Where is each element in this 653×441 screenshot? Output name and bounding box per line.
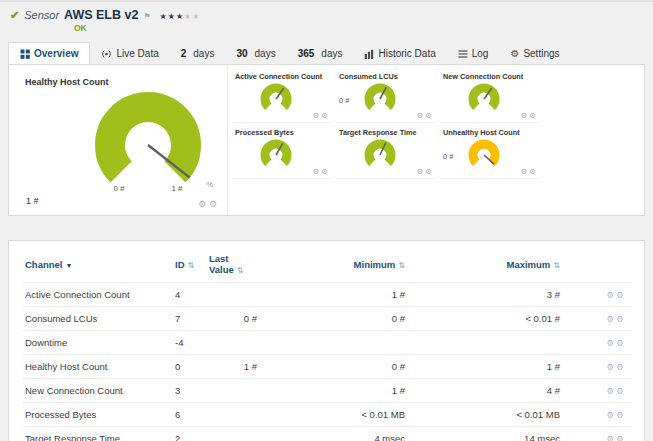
small-gauge-title: Active Connection Count xyxy=(232,67,332,82)
tab-label: Log xyxy=(472,48,489,59)
row-quick-actions-icons[interactable]: ⚙ ⚙ xyxy=(606,410,624,420)
healthy-host-count-gauge[interactable]: 0 # 1 # xyxy=(73,85,223,197)
cell-maximum: 1 # xyxy=(407,355,562,379)
quick-actions-icons[interactable]: ⚙ ⚙ xyxy=(416,111,432,120)
tab-live-data[interactable]: Live Data xyxy=(90,43,169,64)
gauge-unit-label: % xyxy=(206,180,213,189)
col-actions xyxy=(562,245,630,283)
small-gauge xyxy=(360,138,400,174)
cell-id: 3 xyxy=(173,379,207,403)
settings-icon: ⚙ xyxy=(510,49,519,59)
quick-actions-icons[interactable]: ⚙ ⚙ xyxy=(312,111,328,120)
gauge-scale-min: 0 # xyxy=(113,184,125,193)
gauge-current-value: 1 # xyxy=(26,196,39,206)
col-maximum[interactable]: Maximum⇅ xyxy=(407,245,562,283)
col-channel[interactable]: Channel▼ xyxy=(23,245,173,283)
cell-id: 7 xyxy=(173,307,207,331)
sort-icon: ⇅ xyxy=(398,261,405,270)
sensor-header: ✔ Sensor AWS ELB v2 ⚑ ★★★★★ OK xyxy=(0,2,653,33)
gauge-scale-max: 1 # xyxy=(171,184,183,193)
col-last-value[interactable]: Last Value⇅ xyxy=(207,245,259,283)
small-gauge-cell[interactable]: Consumed LCUs 0 # ⚙ ⚙ xyxy=(336,67,436,123)
small-gauge-cell[interactable]: Target Response Time ⚙ ⚙ xyxy=(336,123,436,179)
quick-actions-icons[interactable]: ⚙ ⚙ xyxy=(416,167,432,176)
tab-label: Historic Data xyxy=(378,48,435,59)
cell-channel: Downtime xyxy=(23,331,173,355)
quick-actions-icons[interactable]: ⚙ ⚙ xyxy=(520,111,536,120)
tab-label-word: days xyxy=(255,48,276,59)
small-gauges-grid: Active Connection Count ⚙ ⚙ Consumed LCU… xyxy=(228,65,644,215)
channels-table: Channel▼ ID⇅ Last Value⇅ Minimum⇅ Maximu… xyxy=(23,245,630,441)
tab-label-word: days xyxy=(193,48,214,59)
small-gauge-title: Target Response Time xyxy=(336,123,436,138)
cell-maximum: < 0.01 # xyxy=(407,307,562,331)
channel-row[interactable]: New Connection Count 3 1 # 4 # ⚙ ⚙ xyxy=(23,379,630,403)
channel-row[interactable]: Downtime -4 ⚙ ⚙ xyxy=(23,331,630,355)
cell-last-value xyxy=(207,283,259,307)
col-minimum[interactable]: Minimum⇅ xyxy=(259,245,407,283)
priority-flag-icon: ⚑ xyxy=(143,12,150,21)
sensor-title: AWS ELB v2 xyxy=(64,8,138,22)
cell-maximum xyxy=(407,331,562,355)
cell-id: 4 xyxy=(173,283,207,307)
cell-id: -4 xyxy=(173,331,207,355)
cell-id: 2 xyxy=(173,427,207,441)
row-quick-actions-icons[interactable]: ⚙ ⚙ xyxy=(606,362,624,372)
cell-minimum: 0 # xyxy=(259,355,407,379)
cell-maximum: 3 # xyxy=(407,283,562,307)
tab-settings[interactable]: ⚙ Settings xyxy=(499,43,570,64)
col-id[interactable]: ID⇅ xyxy=(173,245,207,283)
tab-label: Settings xyxy=(523,48,559,59)
tab-log[interactable]: Log xyxy=(447,43,500,64)
small-gauge xyxy=(464,82,504,118)
gauge-arc xyxy=(265,144,287,163)
cell-maximum: 4 # xyxy=(407,379,562,403)
channel-row[interactable]: Consumed LCUs 7 0 # 0 # < 0.01 # ⚙ ⚙ xyxy=(23,307,630,331)
tab-2-days[interactable]: 2days xyxy=(170,43,226,64)
small-gauge-cell[interactable]: Unhealthy Host Count 0 # ⚙ ⚙ xyxy=(440,123,540,179)
row-quick-actions-icons[interactable]: ⚙ ⚙ xyxy=(606,314,624,324)
cell-channel: Processed Bytes xyxy=(23,403,173,427)
channel-row[interactable]: Processed Bytes 6 < 0.01 MB < 0.01 MB ⚙ … xyxy=(23,403,630,427)
cell-channel: Consumed LCUs xyxy=(23,307,173,331)
sort-icon: ⇅ xyxy=(553,261,560,270)
row-quick-actions-icons[interactable]: ⚙ ⚙ xyxy=(606,290,624,300)
cell-last-value xyxy=(207,379,259,403)
gauge-arc xyxy=(110,107,186,172)
small-gauge xyxy=(464,138,504,174)
channel-row[interactable]: Active Connection Count 4 1 # 3 # ⚙ ⚙ xyxy=(23,283,630,307)
small-gauge-cell[interactable]: New Connection Count ⚙ ⚙ xyxy=(440,67,540,123)
tab-historic-data[interactable]: Historic Data xyxy=(353,43,446,64)
tab-365-days[interactable]: 365days xyxy=(287,43,354,64)
quick-actions-icons[interactable]: ⚙ ⚙ xyxy=(520,167,536,176)
row-quick-actions-icons[interactable]: ⚙ ⚙ xyxy=(606,386,624,396)
cell-last-value: 1 # xyxy=(207,355,259,379)
quick-actions-icons[interactable]: ⚙ ⚙ xyxy=(312,167,328,176)
table-body: Active Connection Count 4 1 # 3 # ⚙ ⚙ Co… xyxy=(23,283,630,441)
small-gauge-title: New Connection Count xyxy=(440,67,540,82)
tab-overview[interactable]: Overview xyxy=(8,42,90,64)
cell-channel: Active Connection Count xyxy=(23,283,173,307)
cell-minimum: 4 msec xyxy=(259,427,407,441)
small-gauge-cell[interactable]: Active Connection Count ⚙ ⚙ xyxy=(232,67,332,123)
tab-label-number: 30 xyxy=(236,48,247,59)
row-quick-actions-icons[interactable]: ⚙ ⚙ xyxy=(606,338,624,348)
quick-actions-icons[interactable]: ⚙ ⚙ xyxy=(198,199,217,209)
row-quick-actions-icons[interactable]: ⚙ ⚙ xyxy=(606,434,624,441)
tab-bar: Overview Live Data 2days 30days 365days … xyxy=(8,40,653,64)
cell-channel: Healthy Host Count xyxy=(23,355,173,379)
channel-row[interactable]: Healthy Host Count 0 1 # 0 # 1 # ⚙ ⚙ xyxy=(23,355,630,379)
cell-channel: New Connection Count xyxy=(23,379,173,403)
cell-channel: Target Response Time xyxy=(23,427,173,441)
cell-last-value xyxy=(207,427,259,441)
channel-row[interactable]: Target Response Time 2 4 msec 14 msec ⚙ … xyxy=(23,427,630,441)
log-icon xyxy=(458,49,468,59)
tab-label-word: days xyxy=(321,48,342,59)
small-gauge-cell[interactable]: Processed Bytes ⚙ ⚙ xyxy=(232,123,332,179)
priority-stars[interactable]: ★★★★★ xyxy=(160,12,201,21)
object-kind-label: Sensor xyxy=(24,9,59,21)
small-gauge xyxy=(256,138,296,174)
tab-30-days[interactable]: 30days xyxy=(225,43,286,64)
small-gauge-value: 0 # xyxy=(440,152,464,161)
cell-last-value xyxy=(207,331,259,355)
